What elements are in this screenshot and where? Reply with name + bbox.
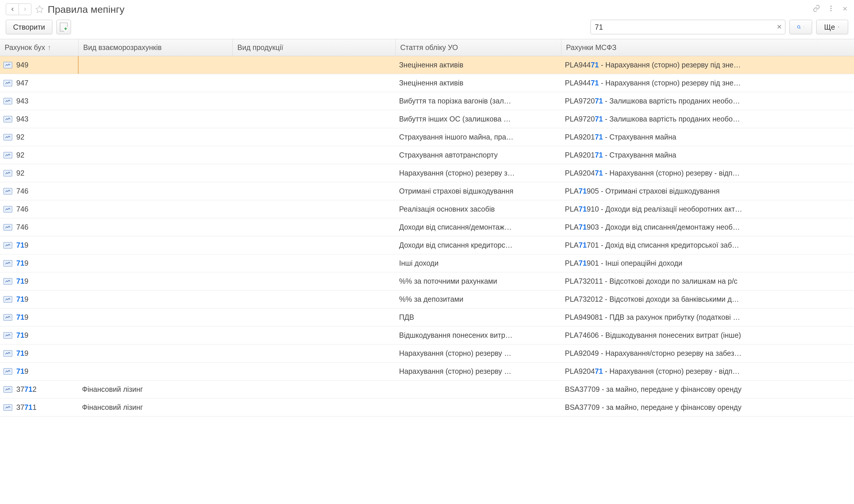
cell-ifrs: PLA949081 - ПДВ за рахунок прибутку (под… xyxy=(561,313,854,322)
cell-ifrs: PLA732011 - Відсоткові доходи по залишка… xyxy=(561,277,854,285)
record-icon xyxy=(3,350,12,357)
cell-article: Вибуття інших ОС (залишкова … xyxy=(396,115,561,123)
column-header-product[interactable]: Вид продукції xyxy=(233,39,396,56)
record-icon xyxy=(3,62,12,68)
chevron-down-icon xyxy=(803,25,805,29)
account-text: 92 xyxy=(16,169,24,177)
cell-account: 746 xyxy=(0,218,79,236)
svg-point-1 xyxy=(831,5,832,7)
new-document-button[interactable] xyxy=(56,20,71,34)
cell-article: Інші доходи xyxy=(396,259,561,267)
document-plus-icon xyxy=(60,23,68,31)
account-text: 719 xyxy=(16,241,29,249)
record-icon xyxy=(3,296,12,303)
cell-settlement: Фінансовий лізинг xyxy=(79,403,233,412)
cell-ifrs: PLA920471 - Нарахування (сторно) резерву… xyxy=(561,367,854,376)
cell-ifrs: PLA972071 - Залишкова вартість проданих … xyxy=(561,97,854,105)
column-header-article[interactable]: Стаття обліку УО xyxy=(396,39,561,56)
cell-account: 719 xyxy=(0,326,79,344)
table-row[interactable]: 746Отримані страхові відшкодуванняPLA719… xyxy=(0,182,854,200)
table-row[interactable]: 719Нарахування (сторно) резерву …PLA9204… xyxy=(0,362,854,380)
link-icon[interactable] xyxy=(813,5,820,14)
table-row[interactable]: 37711Фінансовий лізингBSA37709 - за майн… xyxy=(0,398,854,416)
cell-ifrs: PLA94471 - Нарахування (сторно) резерву … xyxy=(561,79,854,87)
column-header-ifrs[interactable]: Рахунки МСФЗ xyxy=(561,39,854,56)
table-row[interactable]: 719Нарахування (сторно) резерву …PLA9204… xyxy=(0,344,854,362)
account-text: 719 xyxy=(16,367,29,376)
table-row[interactable]: 947Знецінення активівPLA94471 - Нарахува… xyxy=(0,74,854,92)
table-row[interactable]: 719Доходи від списання кредиторс…PLA7170… xyxy=(0,236,854,254)
svg-marker-0 xyxy=(36,6,43,13)
cell-article: Доходи від списання кредиторс… xyxy=(396,241,561,249)
account-text: 719 xyxy=(16,331,29,340)
record-icon xyxy=(3,188,12,195)
create-button[interactable]: Створити xyxy=(6,20,52,34)
cell-article: %% за депозитами xyxy=(396,295,561,303)
table-row[interactable]: 949Знецінення активівPLA94471 - Нарахува… xyxy=(0,56,854,74)
cell-account: 947 xyxy=(0,74,79,92)
cell-account: 719 xyxy=(0,308,79,326)
cell-article: Вибуття та порізка вагонів (зал… xyxy=(396,97,561,105)
search-clear-icon[interactable]: ✕ xyxy=(777,23,782,31)
cell-article: %% за поточними рахунками xyxy=(396,277,561,285)
account-text: 92 xyxy=(16,151,24,159)
record-icon xyxy=(3,278,12,285)
record-icon xyxy=(3,314,12,321)
cell-ifrs: BSA37709 - за майно, передане у фінансов… xyxy=(561,403,854,412)
cell-account: 92 xyxy=(0,128,79,146)
arrow-right-icon xyxy=(22,6,28,12)
cell-account: 719 xyxy=(0,272,79,290)
column-header-account[interactable]: Рахунок бух ↑ xyxy=(0,39,79,56)
grid-header: Рахунок бух ↑ Вид взаєморозрахунків Вид … xyxy=(0,39,854,56)
table-row[interactable]: 943Вибуття інших ОС (залишкова …PLA97207… xyxy=(0,110,854,128)
account-text: 746 xyxy=(16,187,29,195)
table-row[interactable]: 37712Фінансовий лізингBSA37709 - за майн… xyxy=(0,380,854,398)
cell-article: Отримані страхові відшкодування xyxy=(396,187,561,195)
cell-article: Нарахування (сторно) резерву з… xyxy=(396,169,561,177)
table-row[interactable]: 746Доходи від списання/демонтаж…PLA71903… xyxy=(0,218,854,236)
record-icon xyxy=(3,386,12,393)
cell-article: ПДВ xyxy=(396,313,561,322)
record-icon xyxy=(3,206,12,213)
table-row[interactable]: 719ПДВPLA949081 - ПДВ за рахунок прибутк… xyxy=(0,308,854,326)
cell-account: 943 xyxy=(0,110,79,128)
record-icon xyxy=(3,170,12,176)
table-row[interactable]: 92Страхування іншого майна, пра…PLA92017… xyxy=(0,128,854,146)
account-text: 746 xyxy=(16,223,29,231)
account-text: 949 xyxy=(16,61,29,69)
column-header-settlement[interactable]: Вид взаєморозрахунків xyxy=(79,39,233,56)
search-input[interactable] xyxy=(591,20,785,34)
cell-account: 92 xyxy=(0,146,79,164)
table-row[interactable]: 746Реалізація основних засобівPLA71910 -… xyxy=(0,200,854,218)
table-row[interactable]: 719Відшкодування понесених витр…PLA74606… xyxy=(0,326,854,344)
cell-ifrs: PLA71903 - Доходи від списання/демонтажу… xyxy=(561,223,854,231)
nav-forward-button[interactable] xyxy=(19,3,31,15)
close-icon[interactable] xyxy=(842,5,848,14)
cell-ifrs: PLA972071 - Залишкова вартість проданих … xyxy=(561,115,854,123)
cell-article: Страхування автотранспорту xyxy=(396,151,561,159)
search-button[interactable] xyxy=(789,20,812,34)
account-text: 92 xyxy=(16,133,24,141)
table-row[interactable]: 719Інші доходиPLA71901 - Інші операційні… xyxy=(0,254,854,272)
account-text: 746 xyxy=(16,205,29,213)
table-row[interactable]: 92Страхування автотранспортуPLA920171 - … xyxy=(0,146,854,164)
account-text: 943 xyxy=(16,97,29,105)
cell-ifrs: PLA74606 - Відшкодування понесених витра… xyxy=(561,331,854,340)
more-label: Ще xyxy=(824,23,835,31)
cell-article: Знецінення активів xyxy=(396,79,561,87)
cell-account: 949 xyxy=(0,56,79,74)
cell-settlement: Фінансовий лізинг xyxy=(79,385,233,394)
kebab-menu-icon[interactable] xyxy=(827,5,835,14)
favorite-star-button[interactable] xyxy=(34,3,46,15)
table-row[interactable]: 719%% за поточними рахункамиPLA732011 - … xyxy=(0,272,854,290)
table-row[interactable]: 92Нарахування (сторно) резерву з…PLA9204… xyxy=(0,164,854,182)
more-button[interactable]: Ще xyxy=(816,20,848,34)
account-text: 719 xyxy=(16,277,29,285)
account-text: 719 xyxy=(16,259,29,267)
cell-account: 943 xyxy=(0,92,79,110)
svg-point-3 xyxy=(831,10,832,11)
table-row[interactable]: 719%% за депозитамиPLA732012 - Відсотков… xyxy=(0,290,854,308)
data-grid: Рахунок бух ↑ Вид взаєморозрахунків Вид … xyxy=(0,39,854,416)
nav-back-button[interactable] xyxy=(6,3,19,15)
table-row[interactable]: 943Вибуття та порізка вагонів (зал…PLA97… xyxy=(0,92,854,110)
